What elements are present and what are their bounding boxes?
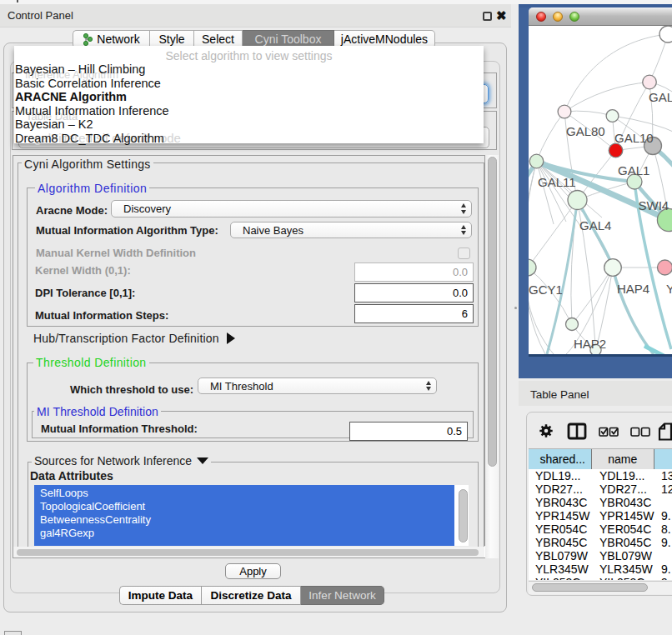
svg-text:GCY1: GCY1 xyxy=(529,282,563,297)
svg-text:GAL80: GAL80 xyxy=(566,124,605,138)
svg-text:SWI4: SWI4 xyxy=(639,198,669,212)
svg-text:HAP4: HAP4 xyxy=(617,282,649,296)
svg-text:GAL7: GAL7 xyxy=(649,90,672,104)
svg-text:GAL1: GAL1 xyxy=(618,163,649,178)
svg-text:GAL11: GAL11 xyxy=(538,175,576,189)
svg-text:GAL10: GAL10 xyxy=(614,131,654,145)
svg-text:Y: Y xyxy=(666,282,672,296)
svg-text:GAL4: GAL4 xyxy=(579,218,611,232)
svg-text:HAP2: HAP2 xyxy=(574,337,606,351)
